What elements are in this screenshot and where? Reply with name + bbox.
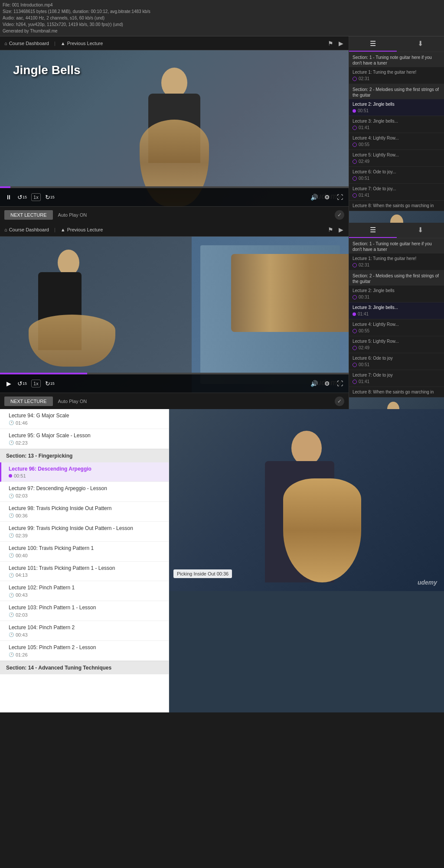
settings-icon-2[interactable]: ⚙ (323, 380, 331, 387)
sidebar-lecture-dur-6-2: 00:51 (353, 362, 441, 367)
content-lecture-101[interactable]: Lecture 101: Travis Picking Pattern 1 - … (0, 562, 169, 582)
sidebar-lecture-name-5-1: Lecture 5: Lightly Row... (353, 152, 441, 158)
volume-icon-2[interactable]: 🔊 (310, 380, 318, 387)
sidebar-lecture-8-1[interactable]: Lecture 8: When the saints go marching i… (349, 201, 444, 211)
section-2-header-1: Section: 2 - Melodies using the first st… (349, 84, 444, 99)
sidebar-lecture-6-2[interactable]: Lecture 6: Ode to joy 00:51 (349, 353, 444, 370)
lecture-96-name: Lecture 96: Descending Arpeggio (9, 465, 163, 473)
content-lecture-103[interactable]: Lecture 103: Pinch Pattern 1 - Lesson 🕐 … (0, 601, 169, 621)
play-circle-icon-4-1 (353, 143, 357, 147)
forward-btn-2[interactable]: ↻15 (45, 380, 55, 387)
preview-guitar (283, 478, 361, 582)
active-dot-96 (9, 474, 12, 478)
video-section-2: ⌂ Course Dashboard | ▲ Previous Lecture … (0, 223, 444, 409)
rewind-btn-1[interactable]: ↺15 (17, 194, 27, 201)
sidebar-lecture-4-1[interactable]: Lecture 4: Lightly Row... 00:55 (349, 133, 444, 150)
content-lecture-98[interactable]: Lecture 98: Travis Picking Inside Out Pa… (0, 502, 169, 522)
next-icon-1[interactable]: ▶ (337, 40, 344, 47)
video-main-2: ⌂ Course Dashboard | ▲ Previous Lecture … (0, 223, 349, 409)
sidebar-1: ☰ ⬇ Section: 1 - Tuning note guitar here… (349, 36, 444, 223)
clock-icon-95: 🕐 (9, 440, 14, 445)
course-dashboard-btn-1[interactable]: ⌂ Course Dashboard (4, 41, 49, 46)
previous-lecture-btn-2[interactable]: ▲ Previous Lecture (61, 227, 103, 232)
flag-icon-1[interactable]: ⚑ (327, 40, 334, 47)
sidebar-lecture-name-1-2: Lecture 1: Tuning the guitar here! (353, 256, 441, 261)
play-circle-icon-6-1 (353, 176, 357, 181)
controls-bar-1: ⏸ ↺15 1x ↻15 🔊 ⚙ ⛶ (0, 188, 349, 206)
lecture-97-name: Lecture 97: Descending Arpeggio - Lesson (9, 485, 163, 492)
sidebar-lecture-2-2[interactable]: Lecture 2: Jingle bells 00:31 (349, 286, 444, 302)
content-lecture-95[interactable]: Lecture 95: G Major Scale - Lesson 🕐 02:… (0, 429, 169, 449)
play-pause-btn-2[interactable]: ▶ (4, 380, 13, 387)
sidebar-lecture-5-1[interactable]: Lecture 5: Lightly Row... 02:49 (349, 150, 444, 167)
sidebar-tab-download-2[interactable]: ⬇ (397, 223, 444, 238)
video-frame-2[interactable]: udemy ▶ ↺15 1x ↻15 🔊 ⚙ ⛶ (0, 237, 349, 393)
sidebar-lecture-7-2[interactable]: Lecture 7: Ode to joy 01:41 (349, 370, 444, 387)
sidebar-lecture-1-1[interactable]: Lecture 1: Tuning the guitar here! 02:31 (349, 67, 444, 84)
video-frame-1[interactable]: Jingle Bells udemy ⏸ ↺15 1x ↻15 🔊 ⚙ ⛶ (0, 50, 349, 206)
sidebar-lecture-name-3-2: Lecture 3: Jingle bells... (353, 305, 441, 310)
sidebar-lecture-1-2[interactable]: Lecture 1: Tuning the guitar here! 02:31 (349, 254, 444, 270)
course-dashboard-btn-2[interactable]: ⌂ Course Dashboard (4, 227, 49, 232)
next-lecture-btn-2[interactable]: NEXT LECTURE (4, 397, 53, 406)
sidebar-2: ☰ ⬇ Section: 1 - Tuning note guitar here… (349, 223, 444, 409)
course-dashboard-label-2: Course Dashboard (9, 227, 49, 232)
speed-btn-1[interactable]: 1x (31, 193, 41, 201)
check-icon-1[interactable]: ✓ (335, 210, 344, 220)
sidebar-thumbnail-1: 00:02:19 (349, 211, 444, 223)
sidebar-content-2: Section: 1 - Tuning note guitar here if … (349, 238, 444, 409)
sidebar-lecture-dur-3-1: 01:41 (353, 125, 441, 130)
sidebar-lecture-name-3-1: Lecture 3: Jingle bells... (353, 118, 441, 124)
content-lecture-100[interactable]: Lecture 100: Travis Picking Pattern 1 🕐 … (0, 542, 169, 562)
lecture-94-name: Lecture 94: G Major Scale (9, 412, 163, 419)
nav-bar-2: ⌂ Course Dashboard | ▲ Previous Lecture … (0, 223, 349, 237)
sidebar-lecture-5-2[interactable]: Lecture 5: Lightly Row... 02:49 (349, 336, 444, 353)
next-icon-2[interactable]: ▶ (337, 226, 344, 233)
fullscreen-icon-2[interactable]: ⛶ (336, 380, 344, 387)
content-lecture-104[interactable]: Lecture 104: Pinch Pattern 2 🕐 00:43 (0, 621, 169, 641)
lecture-100-duration: 🕐 00:40 (9, 553, 163, 558)
fullscreen-icon-1[interactable]: ⛶ (336, 194, 344, 201)
previous-lecture-btn-1[interactable]: ▲ Previous Lecture (61, 41, 103, 46)
section-14-header: Section: 14 - Advanced Tuning Techniques (0, 661, 169, 674)
content-lecture-99[interactable]: Lecture 99: Travis Picking Inside Out Pa… (0, 522, 169, 542)
check-icon-2[interactable]: ✓ (335, 397, 344, 406)
flag-icon-2[interactable]: ⚑ (327, 226, 334, 233)
play-circle-icon-5-2 (353, 346, 357, 350)
lecture-99-name: Lecture 99: Travis Picking Inside Out Pa… (9, 525, 163, 532)
next-lecture-bar-2: NEXT LECTURE Auto Play ON ✓ (0, 393, 349, 409)
preview-video-frame: udemy Picking Inside Out 00:36 (169, 409, 444, 591)
volume-icon-1[interactable]: 🔊 (310, 194, 318, 201)
sidebar-tab-list-1[interactable]: ☰ (349, 36, 397, 52)
content-list: Lecture 94: G Major Scale 🕐 01:46 Lectur… (0, 409, 169, 712)
file-info-bar: File: 001 Introduction.mp4 Size: 1134686… (0, 0, 444, 36)
sidebar-tab-download-1[interactable]: ⬇ (397, 36, 444, 52)
sidebar-tab-list-2[interactable]: ☰ (349, 223, 397, 238)
sidebar-lecture-3-2[interactable]: Lecture 3: Jingle bells... 01:41 (349, 302, 444, 319)
play-pause-btn-1[interactable]: ⏸ (4, 194, 13, 201)
section-1-header-1: Section: 1 - Tuning note guitar here if … (349, 52, 444, 67)
video-title-1: Jingle Bells (13, 63, 81, 77)
speed-btn-2[interactable]: 1x (31, 380, 41, 387)
content-lecture-94[interactable]: Lecture 94: G Major Scale 🕐 01:46 (0, 409, 169, 429)
next-lecture-btn-1[interactable]: NEXT LECTURE (4, 210, 53, 220)
settings-icon-1[interactable]: ⚙ (323, 194, 331, 201)
lecture-101-duration: 🕐 04:13 (9, 572, 163, 578)
content-lecture-105[interactable]: Lecture 105: Pinch Pattern 2 - Lesson 🕐 … (0, 641, 169, 661)
content-lecture-97[interactable]: Lecture 97: Descending Arpeggio - Lesson… (0, 482, 169, 502)
forward-btn-1[interactable]: ↻15 (45, 194, 55, 201)
sidebar-lecture-3-1[interactable]: Lecture 3: Jingle bells... 01:41 (349, 116, 444, 133)
sidebar-lecture-2-1[interactable]: Lecture 2: Jingle bells 00:51 (349, 99, 444, 116)
content-lecture-102[interactable]: Lecture 102: Pinch Pattern 1 🕐 00:43 (0, 581, 169, 601)
clock-icon-99: 🕐 (9, 533, 14, 538)
sidebar-lecture-4-2[interactable]: Lecture 4: Lightly Row... 00:55 (349, 319, 444, 336)
content-lecture-96[interactable]: Lecture 96: Descending Arpeggio 00:51 (0, 462, 169, 482)
sidebar-lecture-8-2[interactable]: Lecture 8: When the saints go marching i… (349, 387, 444, 397)
audio-info: Audio: aac, 44100 Hz, 2 channels, s16, 6… (3, 15, 441, 21)
sidebar-lecture-dur-7-1: 01:41 (353, 192, 441, 198)
nav-bar-1: ⌂ Course Dashboard | ▲ Previous Lecture … (0, 36, 349, 50)
sidebar-lecture-6-1[interactable]: Lecture 6: Ode to joy... 00:51 (349, 167, 444, 184)
previous-lecture-label-1: Previous Lecture (67, 41, 103, 46)
sidebar-lecture-7-1[interactable]: Lecture 7: Ode to joy... 01:41 (349, 184, 444, 201)
rewind-btn-2[interactable]: ↺15 (17, 380, 27, 387)
